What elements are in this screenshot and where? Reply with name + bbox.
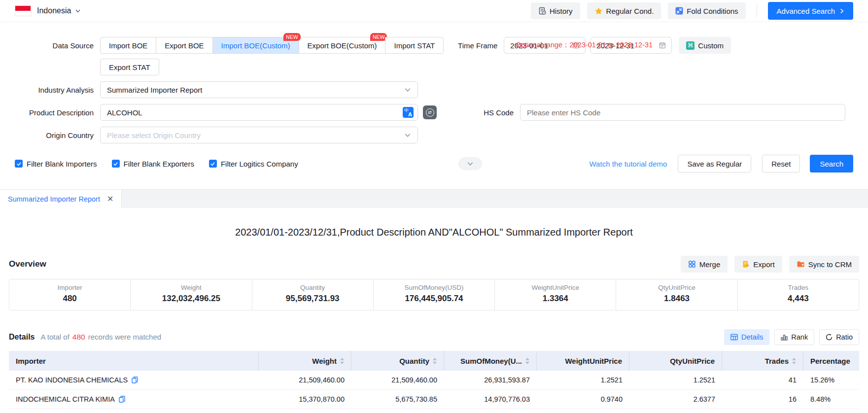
table-header-row: Importer Weight Quantity SumOfMoney(U...…	[9, 351, 859, 371]
table-row: INDOCHEMICAL CITRA KIMIA 15,370,870.00 5…	[9, 390, 859, 409]
col-weight[interactable]: Weight	[259, 351, 351, 371]
view-ratio-button[interactable]: Ratio	[819, 329, 859, 345]
save-as-regular-button[interactable]: Save as Regular	[678, 155, 751, 172]
hs-code-field[interactable]	[520, 104, 845, 121]
translate-icon[interactable]: 中A	[403, 107, 414, 118]
view-details-button[interactable]: Details	[724, 329, 769, 345]
details-table: Importer Weight Quantity SumOfMoney(U...…	[9, 351, 859, 409]
stat-qty-unit-price: QtyUnitPrice1.8463	[616, 279, 737, 310]
sync-to-crm-button[interactable]: Sync to CRM	[789, 256, 859, 273]
advanced-search-label: Advanced Search	[777, 7, 835, 15]
advanced-search-button[interactable]: Advanced Search	[768, 2, 853, 20]
data-source-import-boe-custom[interactable]: Import BOE(Custom)NEW	[212, 37, 299, 54]
new-badge: NEW	[283, 33, 301, 41]
chevron-down-icon	[404, 132, 411, 138]
industry-analysis-select[interactable]: Summarized Importer Report	[100, 81, 418, 98]
fold-conditions-label: Fold Conditions	[687, 7, 738, 15]
data-source-export-stat[interactable]: Export STAT	[100, 59, 159, 75]
col-sum-of-money[interactable]: SumOfMoney(U...	[444, 351, 537, 371]
country-selector-label[interactable]: Indonesia	[37, 6, 71, 15]
quantity-cell: 5,675,730.85	[351, 390, 444, 409]
fold-conditions-button[interactable]: Fold Conditions	[668, 2, 745, 19]
product-description-field[interactable]: 中A	[100, 104, 418, 121]
star-icon	[594, 7, 603, 15]
sort-icon	[792, 358, 796, 364]
weight-cell: 21,509,460.00	[259, 371, 351, 389]
history-button[interactable]: History	[531, 2, 580, 19]
data-source-import-stat[interactable]: Import STAT	[385, 37, 444, 54]
merge-icon	[688, 260, 696, 268]
logic-switch-button[interactable]: ⇄	[423, 105, 437, 119]
filter-blank-exporters-checkbox[interactable]: Filter Blank Exporters	[112, 160, 194, 168]
filter-logitics-company-checkbox[interactable]: Filter Logitics Company	[209, 160, 298, 168]
table-row: PT. KAO INDONESIA CHEMICALS 21,509,460.0…	[9, 371, 859, 390]
export-icon	[742, 260, 750, 268]
time-frame-label: Time Frame	[458, 41, 497, 50]
copy-icon[interactable]	[132, 377, 138, 383]
record-count: 480	[72, 333, 85, 341]
fold-icon	[675, 7, 683, 15]
rank-icon	[781, 334, 788, 341]
tab-summarized-importer-report[interactable]: Summarized Importer Report ✕	[0, 190, 122, 208]
product-description-input[interactable]	[107, 108, 403, 117]
data-source-export-boe-custom[interactable]: Export BOE(Custom)NEW	[299, 37, 386, 54]
importer-cell: PT. KAO INDONESIA CHEMICALS	[9, 371, 259, 389]
topbar: Indonesia History Regular Cond. Fold Con…	[0, 0, 868, 22]
sum-of-money-cell: 26,931,593.87	[444, 371, 537, 389]
chevron-down-icon	[467, 160, 474, 167]
col-percentage: Percentage	[803, 351, 859, 371]
indonesia-flag-icon	[15, 5, 31, 16]
ratio-icon	[826, 334, 833, 341]
search-form: Optional range：2023-01-01 to 2023-12-31 …	[0, 37, 868, 172]
filter-blank-importers-checkbox[interactable]: Filter Blank Importers	[15, 160, 97, 168]
search-button[interactable]: Search	[810, 155, 853, 172]
reset-button[interactable]: Reset	[762, 155, 800, 172]
regular-cond-button[interactable]: Regular Cond.	[587, 2, 661, 19]
origin-country-label: Origin Country	[15, 131, 94, 139]
close-tab-icon[interactable]: ✕	[107, 195, 113, 203]
records-matched-note: A total of480records were matched	[40, 333, 161, 342]
quantity-cell: 21,509,460.00	[351, 371, 444, 389]
data-source-import-boe[interactable]: Import BOE	[100, 37, 156, 54]
qty-unit-price-cell: 1.2521	[629, 371, 722, 389]
importer-name: INDOCHEMICAL CITRA KIMIA	[16, 395, 115, 403]
sort-icon	[340, 358, 344, 364]
copy-icon[interactable]	[119, 396, 125, 403]
collapse-form-button[interactable]	[458, 157, 482, 170]
stat-sum-of-money: SumOfMoney(USD)176,445,905.74	[373, 279, 494, 310]
view-rank-button[interactable]: Rank	[774, 329, 814, 345]
checkbox-checked-icon	[112, 160, 120, 168]
swap-icon: ⇄	[426, 108, 434, 117]
details-heading: Details	[9, 333, 35, 342]
importer-cell: INDOCHEMICAL CITRA KIMIA	[9, 390, 259, 409]
hs-code-label: HS Code	[484, 108, 514, 117]
qty-unit-price-cell: 2.6377	[629, 390, 722, 409]
new-badge: NEW	[370, 33, 387, 41]
history-label: History	[550, 7, 573, 15]
hs-code-input[interactable]	[527, 108, 841, 117]
folder-sync-icon	[797, 260, 805, 268]
industry-analysis-label: Industry Analysis	[15, 86, 94, 94]
col-trades[interactable]: Trades	[722, 351, 803, 371]
custom-timeframe-button[interactable]: ⌘ Custom	[679, 37, 731, 54]
origin-country-select[interactable]: Please select Origin Country	[100, 127, 418, 143]
stat-importer: Importer480	[9, 279, 130, 310]
percentage-cell: 8.48%	[803, 390, 859, 409]
export-button[interactable]: Export	[734, 256, 782, 273]
tutorial-demo-link[interactable]: Watch the tutorial demo	[590, 160, 667, 168]
weight-cell: 15,370,870.00	[259, 390, 351, 409]
chevron-down-icon[interactable]	[75, 8, 81, 14]
overview-stats-panel: Importer480 Weight132,032,496.25 Quantit…	[9, 279, 859, 310]
sum-of-money-cell: 14,970,776.03	[444, 390, 537, 409]
table-icon	[730, 334, 738, 341]
data-source-export-boe[interactable]: Export BOE	[156, 37, 212, 54]
col-quantity[interactable]: Quantity	[351, 351, 444, 371]
weight-unit-price-cell: 1.2521	[537, 371, 629, 389]
sort-icon	[433, 358, 437, 364]
regular-cond-label: Regular Cond.	[606, 7, 654, 15]
merge-button[interactable]: Merge	[681, 256, 728, 273]
history-icon	[538, 7, 546, 15]
col-importer: Importer	[9, 351, 259, 371]
col-weight-unit-price: WeightUnitPrice	[537, 351, 629, 371]
trades-cell: 16	[722, 390, 803, 409]
